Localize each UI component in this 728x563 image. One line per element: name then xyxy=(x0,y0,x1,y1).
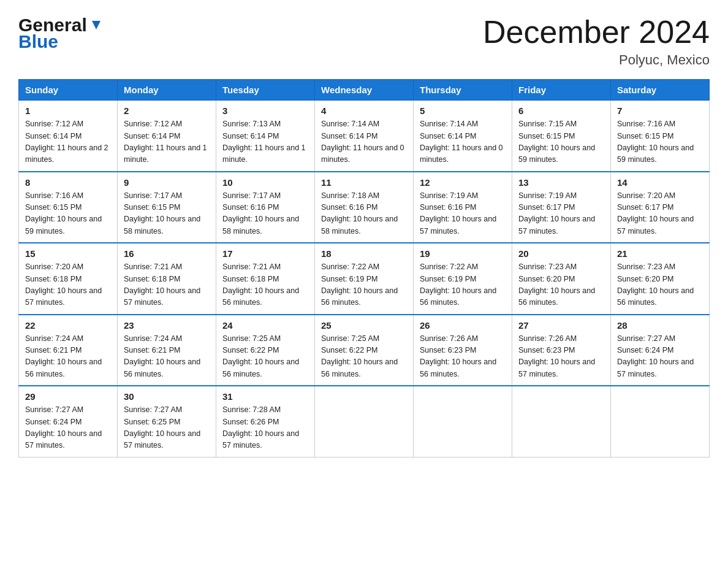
day-number: 16 xyxy=(124,248,210,259)
location-title: Polyuc, Mexico xyxy=(483,52,710,68)
table-row: 20Sunrise: 7:23 AMSunset: 6:20 PMDayligh… xyxy=(512,243,611,315)
table-row: 1Sunrise: 7:12 AMSunset: 6:14 PMDaylight… xyxy=(19,101,118,172)
day-info: Sunrise: 7:19 AMSunset: 6:17 PMDaylight:… xyxy=(518,190,604,238)
day-number: 23 xyxy=(124,320,210,331)
day-number: 14 xyxy=(617,177,703,188)
table-row: 26Sunrise: 7:26 AMSunset: 6:23 PMDayligh… xyxy=(414,315,512,386)
logo-triangle-icon xyxy=(89,18,103,32)
day-info: Sunrise: 7:22 AMSunset: 6:19 PMDaylight:… xyxy=(321,261,407,309)
calendar-row-1: 1Sunrise: 7:12 AMSunset: 6:14 PMDaylight… xyxy=(19,101,710,172)
day-info: Sunrise: 7:24 AMSunset: 6:21 PMDaylight:… xyxy=(25,333,111,381)
day-number: 17 xyxy=(222,248,308,259)
calendar-header-row: Sunday Monday Tuesday Wednesday Thursday… xyxy=(19,80,710,101)
page-header: General Blue December 2024 Polyuc, Mexic… xyxy=(18,15,710,68)
day-info: Sunrise: 7:28 AMSunset: 6:26 PMDaylight:… xyxy=(222,404,308,452)
day-number: 25 xyxy=(321,320,407,331)
day-number: 3 xyxy=(222,105,308,116)
day-number: 29 xyxy=(25,391,111,402)
day-info: Sunrise: 7:20 AMSunset: 6:18 PMDaylight:… xyxy=(25,261,111,309)
day-info: Sunrise: 7:12 AMSunset: 6:14 PMDaylight:… xyxy=(124,118,210,166)
calendar-row-4: 22Sunrise: 7:24 AMSunset: 6:21 PMDayligh… xyxy=(19,315,710,386)
table-row xyxy=(414,386,512,457)
table-row: 29Sunrise: 7:27 AMSunset: 6:24 PMDayligh… xyxy=(19,386,118,457)
day-info: Sunrise: 7:13 AMSunset: 6:14 PMDaylight:… xyxy=(222,118,308,166)
calendar-row-3: 15Sunrise: 7:20 AMSunset: 6:18 PMDayligh… xyxy=(19,243,710,315)
day-number: 19 xyxy=(420,248,506,259)
day-info: Sunrise: 7:25 AMSunset: 6:22 PMDaylight:… xyxy=(321,333,407,381)
table-row: 31Sunrise: 7:28 AMSunset: 6:26 PMDayligh… xyxy=(216,386,315,457)
day-number: 11 xyxy=(321,177,407,188)
logo-blue: Blue xyxy=(18,33,58,51)
table-row: 17Sunrise: 7:21 AMSunset: 6:18 PMDayligh… xyxy=(216,243,315,315)
day-info: Sunrise: 7:19 AMSunset: 6:16 PMDaylight:… xyxy=(420,190,506,238)
table-row: 23Sunrise: 7:24 AMSunset: 6:21 PMDayligh… xyxy=(118,315,216,386)
day-number: 20 xyxy=(518,248,604,259)
day-info: Sunrise: 7:27 AMSunset: 6:24 PMDaylight:… xyxy=(25,404,111,452)
table-row: 4Sunrise: 7:14 AMSunset: 6:14 PMDaylight… xyxy=(315,101,414,172)
table-row: 21Sunrise: 7:23 AMSunset: 6:20 PMDayligh… xyxy=(611,243,710,315)
day-number: 18 xyxy=(321,248,407,259)
table-row: 10Sunrise: 7:17 AMSunset: 6:16 PMDayligh… xyxy=(216,172,315,243)
table-row: 2Sunrise: 7:12 AMSunset: 6:14 PMDaylight… xyxy=(118,101,216,172)
day-number: 31 xyxy=(222,391,308,402)
day-number: 2 xyxy=(124,105,210,116)
table-row: 27Sunrise: 7:26 AMSunset: 6:23 PMDayligh… xyxy=(512,315,611,386)
table-row: 13Sunrise: 7:19 AMSunset: 6:17 PMDayligh… xyxy=(512,172,611,243)
table-row xyxy=(611,386,710,457)
day-number: 22 xyxy=(25,320,111,331)
day-info: Sunrise: 7:27 AMSunset: 6:24 PMDaylight:… xyxy=(617,333,703,381)
table-row: 28Sunrise: 7:27 AMSunset: 6:24 PMDayligh… xyxy=(611,315,710,386)
day-info: Sunrise: 7:15 AMSunset: 6:15 PMDaylight:… xyxy=(518,118,604,166)
header-sunday: Sunday xyxy=(19,80,118,101)
day-number: 1 xyxy=(25,105,111,116)
header-monday: Monday xyxy=(118,80,216,101)
day-number: 7 xyxy=(617,105,703,116)
day-number: 6 xyxy=(518,105,604,116)
day-number: 30 xyxy=(124,391,210,402)
table-row xyxy=(512,386,611,457)
day-info: Sunrise: 7:27 AMSunset: 6:25 PMDaylight:… xyxy=(124,404,210,452)
day-info: Sunrise: 7:26 AMSunset: 6:23 PMDaylight:… xyxy=(420,333,506,381)
table-row: 30Sunrise: 7:27 AMSunset: 6:25 PMDayligh… xyxy=(118,386,216,457)
day-info: Sunrise: 7:16 AMSunset: 6:15 PMDaylight:… xyxy=(25,190,111,238)
logo: General Blue xyxy=(18,15,103,51)
day-number: 24 xyxy=(222,320,308,331)
day-number: 5 xyxy=(420,105,506,116)
title-area: December 2024 Polyuc, Mexico xyxy=(483,15,710,68)
day-info: Sunrise: 7:26 AMSunset: 6:23 PMDaylight:… xyxy=(518,333,604,381)
day-info: Sunrise: 7:21 AMSunset: 6:18 PMDaylight:… xyxy=(222,261,308,309)
table-row: 3Sunrise: 7:13 AMSunset: 6:14 PMDaylight… xyxy=(216,101,315,172)
day-number: 8 xyxy=(25,177,111,188)
table-row: 8Sunrise: 7:16 AMSunset: 6:15 PMDaylight… xyxy=(19,172,118,243)
svg-marker-0 xyxy=(92,21,100,29)
day-info: Sunrise: 7:25 AMSunset: 6:22 PMDaylight:… xyxy=(222,333,308,381)
table-row: 12Sunrise: 7:19 AMSunset: 6:16 PMDayligh… xyxy=(414,172,512,243)
day-info: Sunrise: 7:23 AMSunset: 6:20 PMDaylight:… xyxy=(617,261,703,309)
header-friday: Friday xyxy=(512,80,611,101)
day-number: 12 xyxy=(420,177,506,188)
day-number: 26 xyxy=(420,320,506,331)
table-row: 15Sunrise: 7:20 AMSunset: 6:18 PMDayligh… xyxy=(19,243,118,315)
table-row: 14Sunrise: 7:20 AMSunset: 6:17 PMDayligh… xyxy=(611,172,710,243)
calendar-row-2: 8Sunrise: 7:16 AMSunset: 6:15 PMDaylight… xyxy=(19,172,710,243)
day-number: 9 xyxy=(124,177,210,188)
calendar-table: Sunday Monday Tuesday Wednesday Thursday… xyxy=(18,79,710,458)
table-row xyxy=(315,386,414,457)
calendar-row-5: 29Sunrise: 7:27 AMSunset: 6:24 PMDayligh… xyxy=(19,386,710,457)
table-row: 11Sunrise: 7:18 AMSunset: 6:16 PMDayligh… xyxy=(315,172,414,243)
table-row: 7Sunrise: 7:16 AMSunset: 6:15 PMDaylight… xyxy=(611,101,710,172)
table-row: 18Sunrise: 7:22 AMSunset: 6:19 PMDayligh… xyxy=(315,243,414,315)
day-info: Sunrise: 7:23 AMSunset: 6:20 PMDaylight:… xyxy=(518,261,604,309)
day-info: Sunrise: 7:18 AMSunset: 6:16 PMDaylight:… xyxy=(321,190,407,238)
day-info: Sunrise: 7:12 AMSunset: 6:14 PMDaylight:… xyxy=(25,118,111,166)
table-row: 16Sunrise: 7:21 AMSunset: 6:18 PMDayligh… xyxy=(118,243,216,315)
day-number: 27 xyxy=(518,320,604,331)
header-tuesday: Tuesday xyxy=(216,80,315,101)
day-number: 4 xyxy=(321,105,407,116)
month-title: December 2024 xyxy=(483,15,710,50)
day-info: Sunrise: 7:17 AMSunset: 6:15 PMDaylight:… xyxy=(124,190,210,238)
day-info: Sunrise: 7:20 AMSunset: 6:17 PMDaylight:… xyxy=(617,190,703,238)
day-info: Sunrise: 7:14 AMSunset: 6:14 PMDaylight:… xyxy=(420,118,506,166)
table-row: 6Sunrise: 7:15 AMSunset: 6:15 PMDaylight… xyxy=(512,101,611,172)
header-thursday: Thursday xyxy=(414,80,512,101)
